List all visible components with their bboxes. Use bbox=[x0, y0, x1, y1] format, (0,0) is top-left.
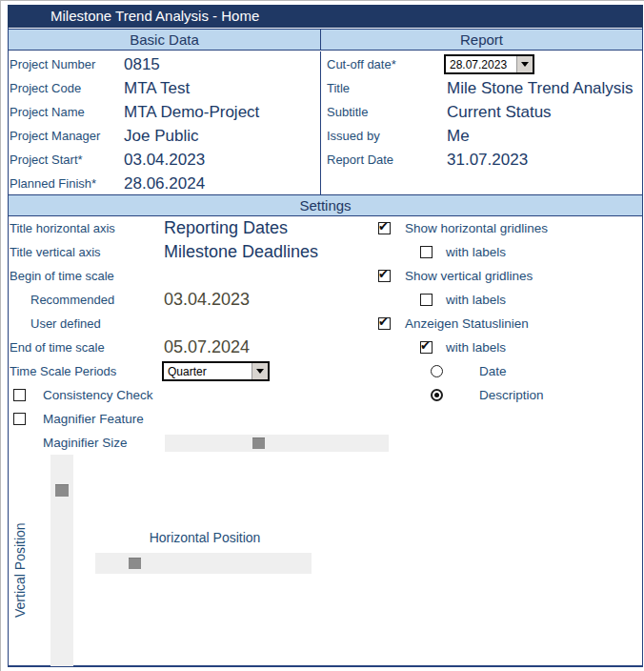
magnifier-size-slider-track[interactable] bbox=[165, 435, 389, 452]
planned-finish-label: Planned Finish* bbox=[10, 176, 124, 191]
vgrid-with-labels-checkbox[interactable] bbox=[420, 294, 433, 306]
cutoff-date-dropdown[interactable]: 28.07.2023 bbox=[444, 54, 534, 74]
magnifier-feature-checkbox[interactable] bbox=[13, 413, 26, 425]
horizontal-position-slider-thumb[interactable] bbox=[129, 558, 141, 569]
time-scale-periods-dropdown[interactable]: Quarter bbox=[162, 361, 270, 381]
field-row-status-lines: Anzeigen Statuslinien bbox=[378, 312, 635, 336]
project-start-label: Project Start* bbox=[10, 152, 124, 167]
issued-by-value[interactable]: Me bbox=[447, 127, 470, 146]
field-row-begin-time-scale: Begin of time scale bbox=[10, 264, 372, 288]
field-row-status-with-labels: with labels bbox=[420, 336, 630, 359]
project-number-value[interactable]: 0815 bbox=[124, 55, 160, 74]
magnifier-size-label: Maginifier Size bbox=[43, 436, 128, 450]
field-row-consistency-check: Consistency Check bbox=[13, 383, 318, 407]
issued-by-label: Issued by bbox=[327, 129, 447, 143]
hgrid-with-labels-label: with labels bbox=[446, 245, 506, 259]
project-name-label: Project Name bbox=[10, 105, 124, 119]
field-row-show-horizontal-gridlines: Show horizontal gridlines bbox=[378, 216, 635, 240]
hgrid-with-labels-checkbox[interactable] bbox=[420, 246, 433, 258]
column-divider bbox=[320, 51, 321, 195]
field-row-project-manager: Project Manager Joe Public bbox=[10, 124, 316, 148]
title-horizontal-axis-label: Title horizontal axis bbox=[10, 221, 164, 235]
field-row-show-vertical-gridlines: Show vertical gridlines bbox=[378, 264, 635, 288]
cutoff-date-dropdown-button[interactable] bbox=[516, 56, 533, 72]
begin-time-scale-label: Begin of time scale bbox=[10, 269, 114, 283]
report-date-value[interactable]: 31.07.2023 bbox=[447, 151, 528, 170]
field-row-recommended: Recommended 03.04.2023 bbox=[10, 288, 372, 312]
project-number-label: Project Number bbox=[10, 57, 124, 71]
field-row-title-vertical-axis: Title vertical axis Milestone Deadlines bbox=[10, 240, 372, 264]
project-name-value[interactable]: MTA Demo-Project bbox=[124, 103, 259, 122]
time-scale-periods-dropdown-value: Quarter bbox=[164, 363, 252, 379]
basic-data-header: Basic Data bbox=[8, 29, 321, 51]
dropdown-arrow-icon bbox=[256, 369, 264, 377]
report-header: Report bbox=[320, 29, 643, 51]
dropdown-arrow-icon bbox=[521, 62, 529, 71]
field-row-end-time-scale: End of time scale 05.07.2024 bbox=[10, 336, 372, 359]
field-row-report-date: Report Date 31.07.2023 bbox=[327, 148, 636, 172]
field-row-project-name: Project Name MTA Demo-Project bbox=[10, 100, 316, 124]
report-title-value[interactable]: Mile Stone Trend Analysis bbox=[447, 79, 634, 98]
date-radio[interactable] bbox=[431, 365, 443, 377]
description-radio-label: Description bbox=[479, 388, 544, 402]
field-row-magnifier-size: Maginifier Size bbox=[43, 431, 165, 455]
field-row-title-horizontal-axis: Title horizontal axis Reporting Dates bbox=[10, 216, 372, 240]
horizontal-position-label: Horizontal Position bbox=[133, 530, 276, 547]
user-defined-label: User defined bbox=[10, 316, 101, 331]
end-time-scale-label: End of time scale bbox=[10, 340, 164, 355]
window-title: Milestone Trend Analysis - Home bbox=[50, 8, 259, 24]
magnifier-size-slider-thumb[interactable] bbox=[252, 437, 265, 449]
show-vertical-gridlines-label: Show vertical gridlines bbox=[405, 269, 533, 283]
magnifier-feature-label: Magnifier Feature bbox=[43, 412, 144, 426]
field-row-report-subtitle: Subtitle Current Status bbox=[327, 100, 636, 124]
field-row-planned-finish: Planned Finish* 28.06.2024 bbox=[10, 172, 316, 195]
field-row-radio-date: Date bbox=[431, 359, 631, 383]
field-row-radio-description: Description bbox=[431, 383, 631, 407]
consistency-check-label: Consistency Check bbox=[43, 388, 153, 402]
report-subtitle-value[interactable]: Current Status bbox=[447, 103, 552, 122]
project-start-value[interactable]: 03.04.2023 bbox=[124, 151, 205, 170]
window-title-bar: Milestone Trend Analysis - Home bbox=[8, 5, 643, 28]
basic-data-header-label: Basic Data bbox=[130, 31, 199, 48]
title-vertical-axis-value[interactable]: Milestone Deadlines bbox=[164, 242, 318, 262]
project-manager-value[interactable]: Joe Public bbox=[124, 127, 198, 146]
field-row-project-start: Project Start* 03.04.2023 bbox=[10, 148, 316, 172]
cutoff-date-dropdown-value: 28.07.2023 bbox=[446, 56, 516, 72]
field-row-user-defined: User defined bbox=[10, 312, 372, 336]
status-with-labels-label: with labels bbox=[446, 340, 506, 355]
field-row-magnifier-feature: Magnifier Feature bbox=[13, 407, 318, 431]
vertical-position-slider-track[interactable] bbox=[50, 455, 73, 666]
time-scale-periods-label: Time Scale Periods bbox=[10, 364, 162, 378]
field-row-report-title: Title Mile Stone Trend Analysis bbox=[327, 76, 636, 100]
horizontal-position-slider-track[interactable] bbox=[95, 553, 312, 574]
consistency-check-checkbox[interactable] bbox=[13, 389, 26, 401]
status-with-labels-checkbox[interactable] bbox=[420, 341, 433, 354]
report-subtitle-label: Subtitle bbox=[327, 105, 447, 119]
vertical-position-slider-thumb[interactable] bbox=[55, 484, 69, 497]
title-horizontal-axis-value[interactable]: Reporting Dates bbox=[164, 218, 288, 238]
end-time-scale-value: 05.07.2024 bbox=[164, 337, 250, 357]
date-radio-label: Date bbox=[479, 364, 507, 378]
field-row-time-scale-periods: Time Scale Periods Quarter bbox=[10, 359, 372, 383]
field-row-issued-by: Issued by Me bbox=[327, 124, 636, 148]
show-horizontal-gridlines-checkbox[interactable] bbox=[378, 222, 391, 234]
time-scale-periods-dropdown-button[interactable] bbox=[252, 363, 268, 379]
recommended-value: 03.04.2023 bbox=[164, 290, 250, 310]
report-title-label: Title bbox=[327, 81, 447, 95]
settings-header: Settings bbox=[8, 194, 643, 216]
project-code-value[interactable]: MTA Test bbox=[124, 79, 190, 98]
status-lines-checkbox[interactable] bbox=[378, 317, 391, 330]
title-vertical-axis-label: Title vertical axis bbox=[10, 245, 164, 259]
vertical-position-label: Vertical Position bbox=[10, 503, 30, 637]
settings-header-label: Settings bbox=[299, 197, 351, 214]
description-radio[interactable] bbox=[431, 389, 443, 401]
show-horizontal-gridlines-label: Show horizontal gridlines bbox=[405, 221, 548, 235]
show-vertical-gridlines-checkbox[interactable] bbox=[378, 270, 391, 282]
field-row-project-code: Project Code MTA Test bbox=[10, 76, 316, 100]
cutoff-date-label: Cut-off date* bbox=[327, 57, 444, 71]
project-code-label: Project Code bbox=[10, 81, 124, 95]
mta-home-window: Milestone Trend Analysis - Home Basic Da… bbox=[0, 0, 644, 671]
field-row-vgrid-with-labels: with labels bbox=[420, 288, 630, 312]
field-row-cutoff-date: Cut-off date* 28.07.2023 bbox=[327, 52, 636, 76]
planned-finish-value[interactable]: 28.06.2024 bbox=[124, 174, 205, 193]
